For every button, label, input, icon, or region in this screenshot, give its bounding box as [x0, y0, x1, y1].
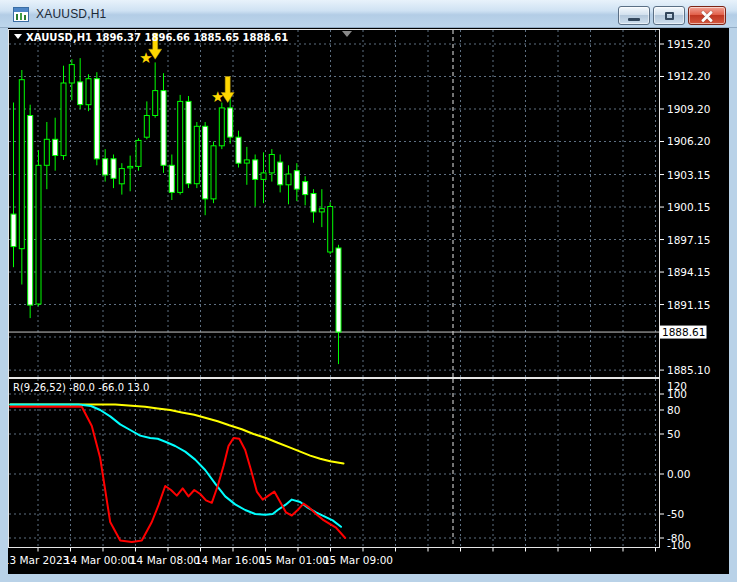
candle-body [144, 116, 149, 138]
time-axis-label: 15 Mar 09:00 [323, 554, 393, 566]
candle-body [203, 126, 208, 199]
minimize-icon [628, 18, 640, 21]
candle-body [319, 209, 324, 212]
candle [94, 72, 99, 165]
price-axis-label: 1909.20 [667, 103, 710, 115]
candle-body [261, 173, 266, 180]
price-axis-label: 1891.15 [667, 299, 710, 311]
candle [178, 95, 183, 195]
star-icon: ★ [211, 88, 224, 106]
candle-body [119, 169, 124, 184]
candle-body [311, 194, 316, 212]
chart-background [8, 28, 729, 574]
candle-body [128, 166, 133, 168]
minimize-button[interactable] [618, 6, 650, 25]
candle [211, 142, 216, 204]
indicator-axis-label: -100 [667, 539, 691, 551]
current-price-label: 1888.61 [662, 326, 705, 338]
price-axis-label: 1900.15 [667, 201, 710, 213]
close-button[interactable] [688, 6, 726, 25]
candle-body [36, 165, 41, 304]
candle [136, 138, 141, 171]
candle-body [253, 160, 258, 180]
candle-body [178, 101, 183, 192]
candle-body [161, 91, 166, 166]
candle [28, 105, 33, 318]
window-icon[interactable] [13, 7, 29, 22]
candle-body [236, 137, 241, 163]
price-axis-label: 1915.20 [667, 38, 710, 50]
window: XAUUSD,H1 ★★XAUUSD,H1 1896.37 1896.66 18… [0, 0, 737, 582]
candle-body [336, 248, 341, 332]
candle-body [286, 174, 291, 185]
candle [186, 96, 191, 188]
candle-body [103, 159, 108, 175]
time-axis-label: 14 Mar 00:00 [64, 554, 134, 566]
candle-body [211, 146, 216, 199]
candle-body [303, 182, 308, 195]
candle-body [69, 65, 74, 83]
candle-body [111, 159, 116, 179]
price-axis-label: 1903.15 [667, 169, 710, 181]
indicator-axis-label: 50 [667, 428, 680, 440]
candle [328, 202, 333, 254]
restore-icon [665, 12, 674, 20]
candle [36, 150, 41, 306]
chart-canvas[interactable]: ★★XAUUSD,H1 1896.37 1896.66 1885.65 1888… [8, 28, 729, 574]
time-axis-label: 15 Mar 01:00 [259, 554, 329, 566]
candle-body [86, 79, 91, 105]
candle-body [11, 214, 16, 247]
candle-body [186, 101, 191, 183]
indicator-axis-label: 100 [667, 388, 687, 400]
indicator-axis-label: -50 [667, 508, 684, 520]
candle-body [53, 139, 58, 155]
window-controls [618, 6, 726, 25]
restore-button[interactable] [653, 6, 685, 25]
candle-body [328, 207, 333, 253]
price-axis-label: 1897.15 [667, 234, 710, 246]
price-axis-label: 1894.15 [667, 266, 710, 278]
candle-body [19, 80, 24, 249]
window-title: XAUUSD,H1 [36, 7, 106, 21]
title-bar[interactable]: XAUUSD,H1 [0, 0, 737, 28]
candle-body [278, 162, 283, 185]
candle-body [153, 91, 158, 116]
indicator-axis-label: 0.00 [667, 468, 690, 480]
candle-body [136, 140, 141, 166]
candle-body [228, 108, 233, 137]
candle-body [78, 82, 83, 105]
price-axis-label: 1906.20 [667, 135, 710, 147]
candle [194, 122, 199, 188]
candle-body [194, 126, 199, 183]
candle [219, 103, 224, 150]
time-axis-label: 13 Mar 2023 [8, 554, 69, 566]
candle-body [269, 155, 274, 173]
close-icon [701, 10, 713, 22]
price-axis-label: 1885.10 [667, 364, 710, 376]
candle-body [244, 160, 249, 163]
candle-body [61, 83, 66, 156]
candle-body [169, 165, 174, 192]
indicator-axis-label: 80 [667, 404, 680, 416]
candle-body [28, 116, 33, 306]
candle-body [294, 171, 299, 189]
candle-body [94, 79, 99, 159]
candle-body [219, 108, 224, 146]
indicator-label: R(9,26,52) -80.0 -66.0 13.0 [13, 382, 149, 393]
time-axis-label: 14 Mar 16:00 [195, 554, 265, 566]
chart-svg: ★★XAUUSD,H1 1896.37 1896.66 1885.65 1888… [8, 28, 729, 574]
price-axis-label: 1912.20 [667, 70, 710, 82]
candle-body [44, 139, 49, 165]
ohlc-header: XAUUSD,H1 1896.37 1896.66 1885.65 1888.6… [26, 32, 288, 43]
time-axis-label: 14 Mar 08:00 [130, 554, 200, 566]
